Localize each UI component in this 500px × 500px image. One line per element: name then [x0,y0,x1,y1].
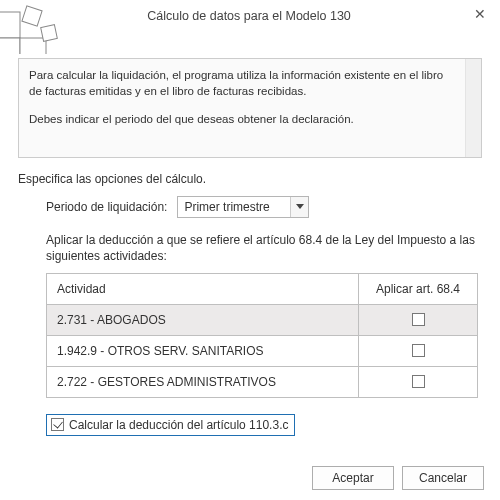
svg-rect-2 [20,38,46,54]
info-panel: Para calcular la liquidación, el program… [18,58,482,158]
apply-checkbox[interactable] [412,344,425,357]
activities-table: Actividad Aplicar art. 68.4 2.731 - ABOG… [46,273,478,398]
dialog-footer: Aceptar Cancelar [312,466,484,490]
options-label: Especifica las opciones del cálculo. [18,172,482,186]
titlebar: Cálculo de datos para el Modelo 130 ✕ [0,0,500,58]
apply-checkbox[interactable] [412,375,425,388]
dialog-content: Para calcular la liquidación, el program… [0,58,500,436]
cancel-button[interactable]: Cancelar [402,466,484,490]
table-row[interactable]: 2.731 - ABOGADOS [47,305,477,336]
svg-rect-3 [22,6,42,26]
svg-rect-0 [0,12,20,38]
cell-activity: 2.722 - GESTORES ADMINISTRATIVOS [47,367,359,397]
info-paragraph-2: Debes indicar el periodo del que deseas … [29,111,457,127]
header-activity: Actividad [47,274,359,304]
table-row[interactable]: 1.942.9 - OTROS SERV. SANITARIOS [47,336,477,367]
table-header: Actividad Aplicar art. 68.4 [47,274,477,305]
table-row[interactable]: 2.722 - GESTORES ADMINISTRATIVOS [47,367,477,398]
calc-1103c-row[interactable]: Calcular la deducción del artículo 110.3… [46,414,295,436]
svg-rect-1 [0,38,20,54]
calc-1103c-checkbox[interactable] [51,418,64,431]
dialog-title: Cálculo de datos para el Modelo 130 [8,9,490,23]
calc-1103c-label: Calcular la deducción del artículo 110.3… [69,418,288,432]
period-row: Periodo de liquidación: Primer trimestre [46,196,482,218]
period-value: Primer trimestre [178,200,290,214]
apply-checkbox[interactable] [412,313,425,326]
svg-rect-4 [41,25,58,42]
period-select[interactable]: Primer trimestre [177,196,309,218]
deduction-intro: Aplicar la deducción a que se refiere el… [46,232,482,264]
cell-activity: 1.942.9 - OTROS SERV. SANITARIOS [47,336,359,366]
chevron-down-icon[interactable] [290,197,308,217]
app-logo [0,2,62,54]
accept-button[interactable]: Aceptar [312,466,394,490]
info-scrollbar[interactable] [465,59,481,157]
info-paragraph-1: Para calcular la liquidación, el program… [29,67,457,99]
period-label: Periodo de liquidación: [46,200,167,214]
cell-activity: 2.731 - ABOGADOS [47,305,359,335]
header-apply: Aplicar art. 68.4 [359,274,477,304]
close-icon[interactable]: ✕ [474,6,486,22]
